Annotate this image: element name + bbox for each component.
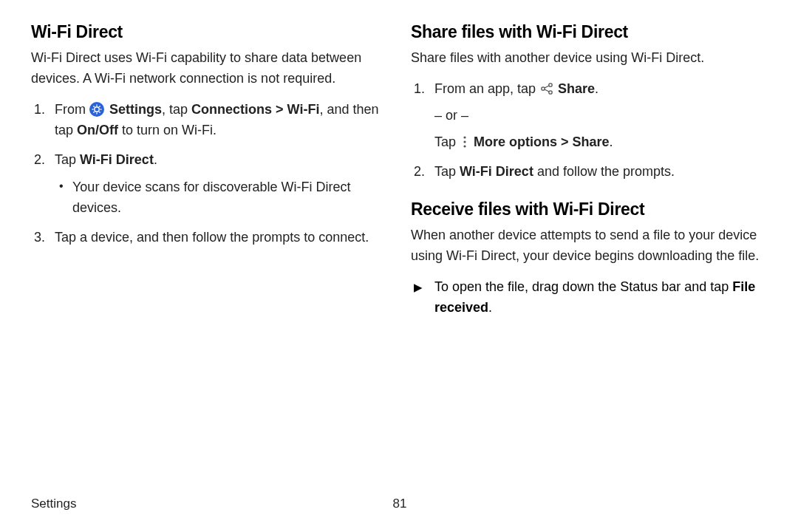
or-divider: – or –	[434, 106, 768, 126]
svg-point-10	[542, 87, 545, 90]
heading-wifi-direct: Wi-Fi Direct	[31, 22, 389, 42]
step-number: 3.	[34, 228, 45, 248]
svg-point-12	[549, 91, 552, 94]
step-number: 2.	[414, 162, 425, 183]
svg-point-0	[89, 102, 104, 117]
svg-line-14	[545, 89, 549, 92]
page-footer: Settings 81	[31, 497, 768, 511]
step-1: 1. From Settings, tap Connections > Wi-F…	[31, 100, 389, 141]
wifi-direct-label: Wi-Fi Direct	[80, 152, 154, 167]
intro-text: Wi-Fi Direct uses Wi-Fi capability to sh…	[31, 48, 389, 89]
receive-step: ▶ To open the file, drag down the Status…	[411, 277, 768, 318]
text: to turn on Wi-Fi.	[118, 123, 216, 137]
svg-point-11	[549, 83, 552, 86]
text: From	[55, 102, 89, 117]
settings-label: Settings	[106, 102, 162, 117]
text: and follow the prompts.	[533, 164, 675, 179]
svg-line-6	[93, 106, 94, 106]
share-label: Share	[554, 81, 595, 96]
alt-instruction: Tap More options > Share.	[434, 132, 768, 153]
heading-share-files: Share files with Wi-Fi Direct	[411, 22, 768, 42]
left-column: Wi-Fi Direct Wi-Fi Direct uses Wi-Fi cap…	[31, 22, 389, 318]
onoff-label: On/Off	[77, 123, 118, 137]
text: .	[154, 152, 157, 167]
steps-list: 1. From Settings, tap Connections > Wi-F…	[31, 100, 389, 248]
wifi-direct-label: Wi-Fi Direct	[460, 164, 533, 179]
text: From an app, tap	[434, 81, 539, 96]
text: To open the file, drag down the Status b…	[434, 279, 732, 294]
text: Tap a device, and then follow the prompt…	[55, 230, 369, 245]
text: Tap	[55, 152, 80, 167]
arrow-icon: ▶	[414, 279, 423, 296]
step-2: 2. Tap Wi-Fi Direct. Your device scans f…	[31, 150, 389, 219]
share-intro-text: Share files with another device using Wi…	[411, 48, 768, 69]
more-options-label: More options	[470, 134, 557, 149]
text: Tap	[434, 134, 460, 149]
sub-bullet: Your device scans for discoverable Wi-Fi…	[55, 177, 389, 219]
svg-point-17	[463, 145, 466, 147]
share-label-2: Share	[573, 134, 610, 149]
svg-line-7	[99, 112, 100, 112]
receive-intro-text: When another device attempts to send a f…	[411, 225, 768, 267]
wifi-label: Wi-Fi	[287, 102, 320, 117]
share-icon	[540, 81, 553, 95]
svg-point-15	[463, 136, 466, 138]
share-step-1: 1. From an app, tap Share. – or – Tap Mo…	[411, 79, 768, 153]
share-steps-list: 1. From an app, tap Share. – or – Tap Mo…	[411, 79, 768, 183]
text: .	[610, 134, 613, 149]
text: , tap	[162, 102, 191, 117]
svg-line-13	[545, 86, 549, 88]
step-number: 2.	[34, 150, 45, 171]
text: Tap	[434, 164, 460, 179]
page-number: 81	[393, 497, 407, 511]
step-3: 3. Tap a device, and then follow the pro…	[31, 228, 389, 248]
svg-point-16	[463, 140, 466, 143]
text: .	[595, 81, 598, 96]
footer-section: Settings	[31, 497, 76, 511]
separator: >	[272, 102, 287, 117]
svg-line-8	[93, 112, 94, 112]
more-options-icon	[460, 134, 469, 148]
heading-receive-files: Receive files with Wi-Fi Direct	[411, 200, 768, 219]
share-step-2: 2. Tap Wi-Fi Direct and follow the promp…	[411, 162, 768, 183]
step-number: 1.	[34, 100, 45, 120]
svg-line-9	[99, 106, 100, 106]
text: .	[488, 300, 492, 315]
step-number: 1.	[414, 79, 425, 100]
settings-icon	[89, 102, 104, 117]
receive-section: Receive files with Wi-Fi Direct When ano…	[411, 200, 768, 318]
connections-label: Connections	[191, 102, 272, 117]
right-column: Share files with Wi-Fi Direct Share file…	[411, 22, 768, 318]
separator: >	[557, 134, 573, 149]
